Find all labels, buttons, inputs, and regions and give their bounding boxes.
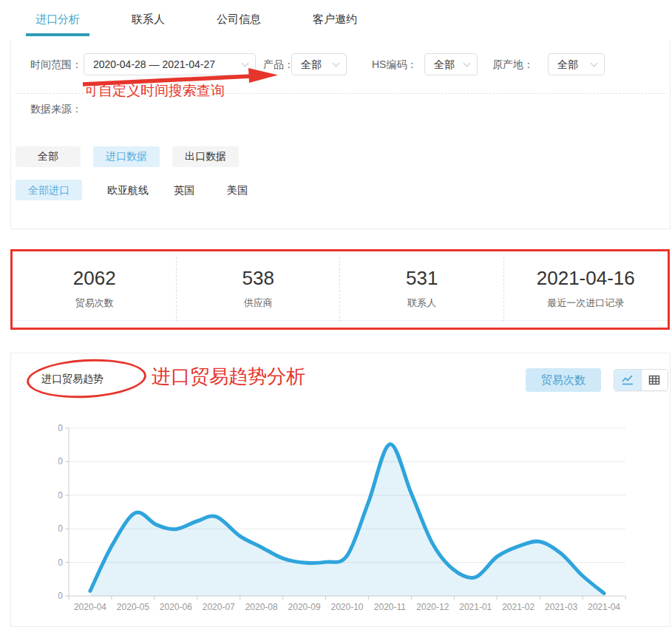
chevron-down-icon	[591, 60, 598, 67]
chevron-down-icon	[464, 60, 471, 67]
date-range-label: 时间范围：	[30, 53, 82, 75]
line-chart-icon	[620, 373, 635, 387]
svg-text:2021-01: 2021-01	[459, 602, 492, 612]
stat-label: 供应商	[177, 296, 341, 310]
origin-select[interactable]: 全部	[548, 53, 605, 75]
svg-text:2020-09: 2020-09	[288, 602, 321, 612]
data-source-label: 数据来源：	[30, 103, 82, 116]
stat-value: 531	[340, 267, 504, 290]
stat-suppliers: 538 供应商	[177, 264, 341, 310]
route-tab-eurasia-route[interactable]: 欧亚航线	[101, 180, 155, 200]
stats-annotation-red-box: 2062 贸易次数 538 供应商 531 联系人 2021-04-16 最近一…	[10, 249, 670, 330]
origin-value: 全部	[557, 58, 578, 70]
stat-contacts: 531 联系人	[340, 264, 504, 310]
tab-bar: 进口分析 联系人 公司信息 客户邀约	[0, 0, 672, 41]
source-button-all[interactable]: 全部	[16, 146, 81, 167]
product-label: 产品：	[263, 53, 294, 75]
svg-text:2020-06: 2020-06	[160, 602, 192, 612]
stat-label: 联系人	[340, 296, 504, 310]
chevron-down-icon	[333, 60, 340, 67]
hs-code-value: 全部	[434, 58, 455, 70]
svg-text:2020-12: 2020-12	[416, 602, 449, 612]
tab-customer-invite[interactable]: 客户邀约	[313, 0, 357, 41]
svg-text:2021-02: 2021-02	[502, 602, 534, 612]
svg-text:100: 100	[58, 557, 63, 568]
svg-text:2020-04: 2020-04	[74, 602, 106, 612]
active-tab-underline	[26, 33, 89, 36]
stat-value: 2062	[13, 267, 177, 290]
tab-label: 客户邀约	[313, 13, 357, 25]
origin-label: 原产地：	[492, 53, 534, 75]
table-view-button[interactable]	[641, 370, 668, 390]
chevron-down-icon	[242, 60, 249, 67]
table-icon	[647, 373, 662, 387]
svg-text:2020-07: 2020-07	[203, 602, 235, 612]
date-range-value: 2020-04-28 — 2021-04-27	[93, 58, 215, 70]
svg-text:0: 0	[58, 591, 63, 601]
source-button-import-data[interactable]: 进口数据	[93, 146, 160, 167]
hs-code-label: HS编码：	[372, 53, 417, 75]
stats-panel: 2062 贸易次数 538 供应商 531 联系人 2021-04-16 最近一…	[13, 253, 668, 321]
filter-panel: 时间范围： 2020-04-28 — 2021-04-27 产品： 全部 HS编…	[10, 41, 671, 229]
data-source-buttons: 全部 进口数据 出口数据	[11, 146, 670, 167]
svg-text:2020-05: 2020-05	[117, 602, 149, 612]
tab-import-analysis[interactable]: 进口分析	[35, 0, 80, 41]
import-analysis-page: 进口分析 联系人 公司信息 客户邀约 时间范围： 2020-04-28 — 20…	[0, 0, 672, 627]
dashed-divider	[16, 93, 665, 94]
metric-button-trade-count[interactable]: 贸易次数	[526, 368, 601, 392]
svg-text:500: 500	[58, 423, 63, 433]
filter-row: 时间范围： 2020-04-28 — 2021-04-27 产品： 全部 HS编…	[11, 53, 670, 75]
line-chart-view-button[interactable]	[614, 370, 641, 390]
chart-panel: 进口贸易趋势 贸易次数 01002003004005002020-042020-…	[10, 353, 671, 627]
svg-text:200: 200	[58, 523, 63, 534]
source-button-export-data[interactable]: 出口数据	[172, 146, 239, 167]
svg-text:2020-11: 2020-11	[374, 602, 406, 612]
stat-value: 538	[177, 267, 341, 290]
tab-label: 联系人	[132, 13, 165, 25]
stat-last-import-record: 2021-04-16 最近一次进口记录	[504, 264, 668, 310]
route-tab-usa[interactable]: 美国	[224, 180, 251, 200]
route-tab-uk[interactable]: 英国	[171, 180, 197, 200]
tab-contacts[interactable]: 联系人	[132, 0, 165, 41]
stat-trade-count: 2062 贸易次数	[13, 264, 177, 310]
svg-text:400: 400	[58, 456, 63, 467]
tab-label: 公司信息	[217, 13, 261, 25]
tab-label: 进口分析	[35, 13, 80, 25]
stat-value: 2021-04-16	[504, 267, 668, 290]
stat-label: 最近一次进口记录	[504, 296, 668, 310]
svg-text:2020-10: 2020-10	[330, 602, 363, 612]
svg-text:2021-04: 2021-04	[588, 602, 620, 612]
tab-company-info[interactable]: 公司信息	[217, 0, 261, 41]
route-tab-all-imports[interactable]: 全部进口	[16, 180, 82, 200]
product-value: 全部	[301, 58, 322, 70]
trend-area-chart[interactable]: 01002003004005002020-042020-052020-06202…	[58, 419, 642, 623]
hs-code-select[interactable]: 全部	[424, 53, 478, 75]
chart-title: 进口贸易趋势	[41, 373, 103, 386]
product-select[interactable]: 全部	[291, 53, 347, 75]
route-tabs: 全部进口 欧亚航线 英国 美国	[11, 180, 670, 200]
svg-text:300: 300	[58, 490, 63, 501]
date-range-select[interactable]: 2020-04-28 — 2021-04-27	[84, 53, 256, 75]
svg-text:2020-08: 2020-08	[245, 602, 278, 612]
chart-view-toggle	[614, 369, 668, 391]
svg-text:2021-03: 2021-03	[545, 602, 577, 612]
stat-label: 贸易次数	[13, 296, 177, 310]
